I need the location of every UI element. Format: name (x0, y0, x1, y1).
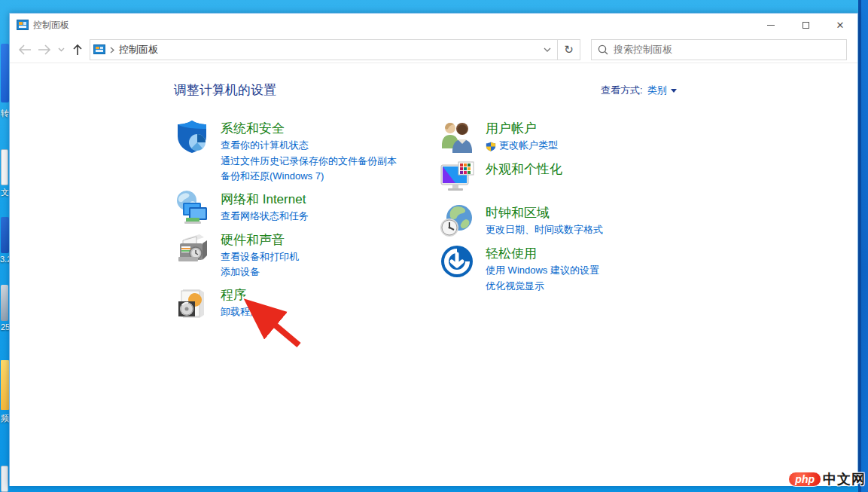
category-task-link[interactable]: 查看你的计算机状态 (221, 138, 397, 154)
desktop-icon-fragment (1, 285, 8, 321)
desktop-icon-fragment (1, 466, 8, 492)
category-task-link[interactable]: 查看设备和打印机 (221, 249, 299, 265)
view-by-dropdown[interactable]: 类别 (647, 84, 677, 97)
appearance-personalization-icon[interactable] (439, 159, 475, 195)
category-item: 程序 卸载程序 (174, 285, 426, 321)
clock-region-icon[interactable] (439, 203, 475, 239)
category-title-link[interactable]: 程序 (221, 286, 260, 304)
maximize-icon (803, 22, 809, 29)
category-item: 系统和安全 查看你的计算机状态通过文件历史记录保存你的文件备份副本备份和还原(W… (174, 118, 426, 185)
window-controls: ✕ (754, 14, 857, 36)
user-accounts-icon[interactable] (439, 118, 475, 154)
category-item: 时钟和区域 更改日期、时间或数字格式 (439, 203, 691, 239)
category-title-link[interactable]: 硬件和声音 (221, 231, 299, 249)
category-item: 外观和个性化 (439, 159, 691, 195)
hardware-sound-icon[interactable] (174, 230, 210, 266)
category-title-link[interactable]: 轻松使用 (486, 245, 599, 263)
back-button[interactable] (16, 41, 34, 59)
programs-icon[interactable] (174, 285, 210, 321)
maximize-button[interactable] (788, 14, 823, 36)
category-item: 用户帐户 更改帐户类型 (439, 118, 691, 154)
refresh-button[interactable]: ↻ (558, 39, 580, 60)
minimize-button[interactable] (754, 14, 788, 36)
category-item: 网络和 Internet 查看网络状态和任务 (174, 189, 426, 225)
desktop: { "window": { "title": "控制面板" }, "navbar… (0, 0, 868, 492)
desktop-icon-fragment (1, 360, 9, 410)
category-task-link-label: 备份和还原(Windows 7) (221, 169, 324, 185)
search-icon (598, 44, 608, 55)
category-task-link[interactable]: 优化视觉显示 (486, 279, 599, 295)
php-logo-badge: php (788, 472, 821, 487)
category-task-link[interactable]: 查看网络状态和任务 (221, 209, 309, 225)
content-area: 调整计算机的设置 查看方式: 类别 系统和安全 查看你的计算机状态通过文件历史记… (10, 63, 857, 486)
desktop-right-strip (858, 0, 868, 492)
category-task-link[interactable]: 更改日期、时间或数字格式 (486, 222, 603, 238)
category-task-link-label: 查看你的计算机状态 (221, 138, 309, 154)
desktop-icon-fragment (1, 44, 9, 102)
desktop-icon-fragment (1, 217, 9, 253)
search-input[interactable] (614, 44, 840, 55)
ease-of-access-icon[interactable] (439, 243, 475, 280)
category-title-link[interactable]: 系统和安全 (221, 120, 397, 138)
category-task-link[interactable]: 卸载程序 (221, 304, 260, 320)
desktop-icon-label-fragment: 频 (1, 413, 9, 424)
category-task-link-label: 更改帐户类型 (499, 138, 558, 154)
up-button[interactable] (69, 41, 87, 59)
system-security-icon[interactable] (174, 118, 210, 154)
titlebar[interactable]: 控制面板 ✕ (10, 14, 857, 36)
category-task-link-label: 优化视觉显示 (486, 279, 544, 295)
view-by-label: 查看方式: (601, 84, 643, 97)
category-item: 硬件和声音 查看设备和打印机添加设备 (174, 230, 426, 280)
category-task-link[interactable]: 通过文件历史记录保存你的文件备份副本 (221, 154, 397, 170)
view-by-control: 查看方式: 类别 (601, 84, 677, 97)
category-column-right: 用户帐户 更改帐户类型 外观和个性化 时钟和区域 更改日期、时间或数字格式 轻松… (439, 118, 691, 298)
navigation-bar: 控制面板 ↻ (10, 36, 857, 63)
desktop-icon-label-fragment: 3.24 (0, 255, 9, 264)
category-task-link-label: 卸载程序 (221, 304, 260, 320)
close-button[interactable]: ✕ (823, 14, 857, 36)
recent-pages-dropdown[interactable] (55, 41, 67, 59)
category-task-link-label: 使用 Windows 建议的设置 (486, 263, 599, 279)
desktop-icon-fragment (1, 149, 8, 185)
desktop-icon-label-fragment: 文 (1, 187, 9, 198)
uac-shield-icon (486, 141, 496, 151)
breadcrumb-control-panel[interactable]: 控制面板 (119, 43, 158, 57)
network-internet-icon[interactable] (174, 189, 210, 225)
category-task-link[interactable]: 使用 Windows 建议的设置 (486, 263, 599, 279)
window-title: 控制面板 (33, 19, 69, 32)
breadcrumb-chevron-icon[interactable] (110, 43, 114, 57)
control-panel-location-icon (93, 44, 105, 54)
control-panel-window: 控制面板 ✕ 控制面板 ↻ 调整计算机的设置 查看方式: (9, 13, 858, 486)
desktop-left-strip: 转 文 3.24 25 频 (0, 0, 9, 492)
forward-button[interactable] (35, 41, 53, 59)
category-task-link[interactable]: 添加设备 (221, 264, 299, 280)
category-task-link-label: 更改日期、时间或数字格式 (486, 222, 603, 238)
category-task-link[interactable]: 备份和还原(Windows 7) (221, 169, 397, 185)
category-title-link[interactable]: 时钟和区域 (486, 204, 603, 222)
close-icon: ✕ (836, 20, 845, 30)
control-panel-app-icon (17, 20, 29, 30)
desktop-icon-label-fragment: 转 (1, 108, 9, 119)
category-item: 轻松使用 使用 Windows 建议的设置优化视觉显示 (439, 243, 691, 294)
category-task-link[interactable]: 更改帐户类型 (486, 138, 558, 154)
category-title-link[interactable]: 外观和个性化 (486, 160, 562, 179)
category-task-link-label: 查看网络状态和任务 (221, 209, 309, 225)
minimize-icon (767, 25, 775, 26)
search-box[interactable] (591, 39, 847, 60)
nav-arrows (10, 41, 90, 59)
desktop-icon-label-fragment: 25 (1, 322, 9, 332)
category-title-link[interactable]: 用户帐户 (486, 120, 558, 138)
category-task-link-label: 查看设备和打印机 (221, 249, 299, 265)
category-title-link[interactable]: 网络和 Internet (221, 191, 309, 209)
watermark-text: 中文网 (823, 470, 866, 488)
address-dropdown-chevron-icon[interactable] (538, 47, 557, 52)
page-heading: 调整计算机的设置 (174, 81, 276, 99)
refresh-icon: ↻ (564, 43, 574, 57)
address-bar[interactable]: 控制面板 (90, 39, 558, 60)
php-chinese-site-watermark: php 中文网 (788, 470, 866, 488)
category-column-left: 系统和安全 查看你的计算机状态通过文件历史记录保存你的文件备份副本备份和还原(W… (174, 118, 426, 325)
chevron-down-icon (671, 89, 677, 93)
category-task-link-label: 通过文件历史记录保存你的文件备份副本 (221, 154, 397, 170)
category-task-link-label: 添加设备 (221, 264, 260, 280)
